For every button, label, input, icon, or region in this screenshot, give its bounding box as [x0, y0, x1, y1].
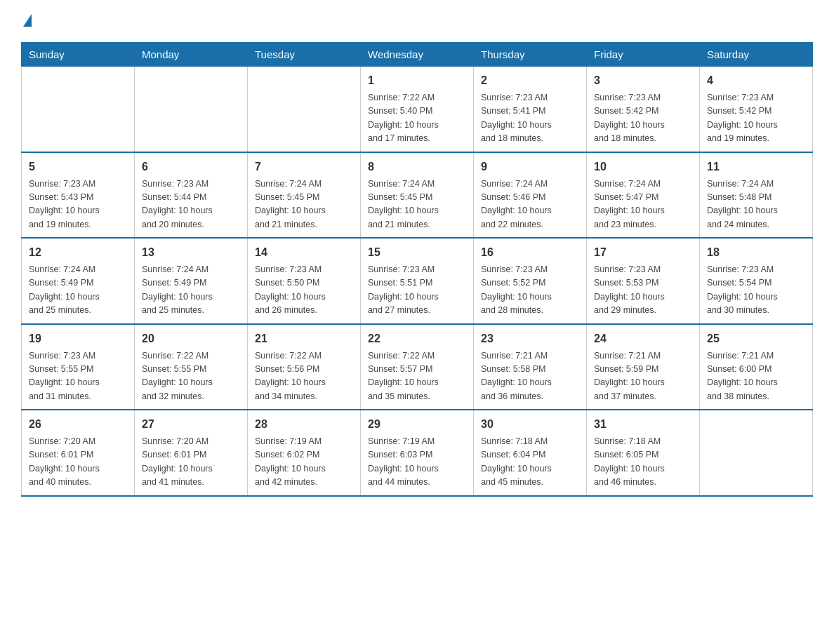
- day-info: Sunrise: 7:23 AMSunset: 5:42 PMDaylight:…: [707, 91, 805, 146]
- day-info: Sunrise: 7:23 AMSunset: 5:54 PMDaylight:…: [707, 263, 805, 318]
- day-number: 13: [142, 244, 240, 261]
- calendar-cell: 30Sunrise: 7:18 AMSunset: 6:04 PMDayligh…: [474, 410, 587, 496]
- calendar-week-row: 26Sunrise: 7:20 AMSunset: 6:01 PMDayligh…: [22, 410, 813, 496]
- calendar-cell: 10Sunrise: 7:24 AMSunset: 5:47 PMDayligh…: [587, 152, 700, 239]
- day-of-week-header: Saturday: [700, 43, 813, 67]
- day-number: 3: [594, 72, 692, 89]
- day-info: Sunrise: 7:24 AMSunset: 5:47 PMDaylight:…: [594, 177, 692, 232]
- day-number: 25: [707, 330, 805, 347]
- day-info: Sunrise: 7:21 AMSunset: 5:59 PMDaylight:…: [594, 349, 692, 404]
- calendar-cell: 7Sunrise: 7:24 AMSunset: 5:45 PMDaylight…: [248, 152, 361, 239]
- day-number: 2: [481, 72, 579, 89]
- day-number: 6: [142, 159, 240, 175]
- calendar-cell: 11Sunrise: 7:24 AMSunset: 5:48 PMDayligh…: [700, 152, 813, 239]
- calendar-cell: 8Sunrise: 7:24 AMSunset: 5:45 PMDaylight…: [361, 152, 474, 239]
- day-of-week-header: Thursday: [474, 43, 587, 67]
- day-number: 24: [594, 330, 692, 347]
- day-number: 22: [368, 330, 466, 347]
- day-number: 23: [481, 330, 579, 347]
- day-of-week-header: Sunday: [22, 43, 135, 67]
- day-info: Sunrise: 7:23 AMSunset: 5:50 PMDaylight:…: [255, 263, 353, 318]
- calendar-cell: 18Sunrise: 7:23 AMSunset: 5:54 PMDayligh…: [700, 238, 813, 324]
- day-of-week-header: Wednesday: [361, 43, 474, 67]
- day-number: 20: [142, 330, 240, 347]
- day-header-row: SundayMondayTuesdayWednesdayThursdayFrid…: [22, 43, 813, 67]
- day-number: 4: [707, 72, 805, 89]
- day-info: Sunrise: 7:20 AMSunset: 6:01 PMDaylight:…: [29, 435, 127, 490]
- day-info: Sunrise: 7:19 AMSunset: 6:03 PMDaylight:…: [368, 435, 466, 490]
- calendar-cell: 28Sunrise: 7:19 AMSunset: 6:02 PMDayligh…: [248, 410, 361, 496]
- day-number: 15: [368, 244, 466, 261]
- day-number: 14: [255, 244, 353, 261]
- calendar-cell: [22, 67, 135, 152]
- calendar-cell: 9Sunrise: 7:24 AMSunset: 5:46 PMDaylight…: [474, 152, 587, 239]
- day-info: Sunrise: 7:22 AMSunset: 5:55 PMDaylight:…: [142, 349, 240, 404]
- day-info: Sunrise: 7:24 AMSunset: 5:49 PMDaylight:…: [142, 263, 240, 318]
- calendar-cell: 17Sunrise: 7:23 AMSunset: 5:53 PMDayligh…: [587, 238, 700, 324]
- day-info: Sunrise: 7:23 AMSunset: 5:52 PMDaylight:…: [481, 263, 579, 318]
- day-info: Sunrise: 7:23 AMSunset: 5:41 PMDaylight:…: [481, 91, 579, 146]
- day-number: 8: [368, 159, 466, 175]
- day-number: 31: [594, 416, 692, 433]
- day-info: Sunrise: 7:18 AMSunset: 6:05 PMDaylight:…: [594, 435, 692, 490]
- calendar-cell: [700, 410, 813, 496]
- day-number: 9: [481, 159, 579, 175]
- day-number: 26: [29, 416, 127, 433]
- day-info: Sunrise: 7:23 AMSunset: 5:55 PMDaylight:…: [29, 349, 127, 404]
- day-number: 29: [368, 416, 466, 433]
- day-info: Sunrise: 7:22 AMSunset: 5:56 PMDaylight:…: [255, 349, 353, 404]
- calendar-cell: [135, 67, 248, 152]
- calendar-cell: 3Sunrise: 7:23 AMSunset: 5:42 PMDaylight…: [587, 67, 700, 152]
- day-info: Sunrise: 7:23 AMSunset: 5:44 PMDaylight:…: [142, 177, 240, 232]
- day-number: 7: [255, 159, 353, 175]
- day-info: Sunrise: 7:24 AMSunset: 5:48 PMDaylight:…: [707, 177, 805, 232]
- day-info: Sunrise: 7:24 AMSunset: 5:46 PMDaylight:…: [481, 177, 579, 232]
- day-number: 21: [255, 330, 353, 347]
- calendar-cell: 31Sunrise: 7:18 AMSunset: 6:05 PMDayligh…: [587, 410, 700, 496]
- calendar-table: SundayMondayTuesdayWednesdayThursdayFrid…: [21, 42, 813, 497]
- calendar-week-row: 5Sunrise: 7:23 AMSunset: 5:43 PMDaylight…: [22, 152, 813, 239]
- calendar-week-row: 1Sunrise: 7:22 AMSunset: 5:40 PMDaylight…: [22, 67, 813, 152]
- calendar-cell: 24Sunrise: 7:21 AMSunset: 5:59 PMDayligh…: [587, 324, 700, 410]
- calendar-cell: 20Sunrise: 7:22 AMSunset: 5:55 PMDayligh…: [135, 324, 248, 410]
- calendar-cell: 12Sunrise: 7:24 AMSunset: 5:49 PMDayligh…: [22, 238, 135, 324]
- calendar-cell: 15Sunrise: 7:23 AMSunset: 5:51 PMDayligh…: [361, 238, 474, 324]
- day-info: Sunrise: 7:19 AMSunset: 6:02 PMDaylight:…: [255, 435, 353, 490]
- day-info: Sunrise: 7:22 AMSunset: 5:40 PMDaylight:…: [368, 91, 466, 146]
- day-of-week-header: Friday: [587, 43, 700, 67]
- day-info: Sunrise: 7:21 AMSunset: 6:00 PMDaylight:…: [707, 349, 805, 404]
- calendar-cell: 22Sunrise: 7:22 AMSunset: 5:57 PMDayligh…: [361, 324, 474, 410]
- day-info: Sunrise: 7:24 AMSunset: 5:45 PMDaylight:…: [255, 177, 353, 232]
- calendar-cell: 25Sunrise: 7:21 AMSunset: 6:00 PMDayligh…: [700, 324, 813, 410]
- page-header: [21, 14, 813, 28]
- day-info: Sunrise: 7:24 AMSunset: 5:49 PMDaylight:…: [29, 263, 127, 318]
- day-of-week-header: Monday: [135, 43, 248, 67]
- calendar-cell: 29Sunrise: 7:19 AMSunset: 6:03 PMDayligh…: [361, 410, 474, 496]
- calendar-cell: 13Sunrise: 7:24 AMSunset: 5:49 PMDayligh…: [135, 238, 248, 324]
- day-number: 5: [29, 159, 127, 175]
- calendar-cell: 14Sunrise: 7:23 AMSunset: 5:50 PMDayligh…: [248, 238, 361, 324]
- calendar-cell: 6Sunrise: 7:23 AMSunset: 5:44 PMDaylight…: [135, 152, 248, 239]
- day-number: 10: [594, 159, 692, 175]
- day-info: Sunrise: 7:23 AMSunset: 5:43 PMDaylight:…: [29, 177, 127, 232]
- calendar-cell: 23Sunrise: 7:21 AMSunset: 5:58 PMDayligh…: [474, 324, 587, 410]
- day-number: 19: [29, 330, 127, 347]
- day-number: 28: [255, 416, 353, 433]
- calendar-cell: 1Sunrise: 7:22 AMSunset: 5:40 PMDaylight…: [361, 67, 474, 152]
- calendar-cell: 2Sunrise: 7:23 AMSunset: 5:41 PMDaylight…: [474, 67, 587, 152]
- logo: [21, 14, 32, 28]
- calendar-cell: 19Sunrise: 7:23 AMSunset: 5:55 PMDayligh…: [22, 324, 135, 410]
- calendar-cell: 4Sunrise: 7:23 AMSunset: 5:42 PMDaylight…: [700, 67, 813, 152]
- logo-triangle-icon: [23, 14, 32, 27]
- day-info: Sunrise: 7:24 AMSunset: 5:45 PMDaylight:…: [368, 177, 466, 232]
- day-number: 27: [142, 416, 240, 433]
- day-number: 18: [707, 244, 805, 261]
- day-number: 16: [481, 244, 579, 261]
- day-number: 12: [29, 244, 127, 261]
- day-number: 17: [594, 244, 692, 261]
- day-info: Sunrise: 7:23 AMSunset: 5:42 PMDaylight:…: [594, 91, 692, 146]
- day-info: Sunrise: 7:23 AMSunset: 5:53 PMDaylight:…: [594, 263, 692, 318]
- calendar-cell: [248, 67, 361, 152]
- day-number: 11: [707, 159, 805, 175]
- day-info: Sunrise: 7:21 AMSunset: 5:58 PMDaylight:…: [481, 349, 579, 404]
